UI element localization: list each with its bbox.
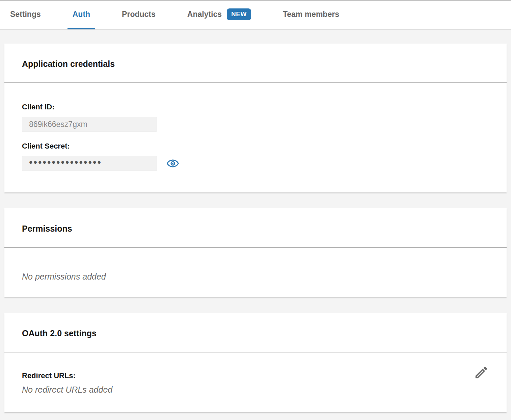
permissions-empty-text: No permissions added — [22, 271, 489, 282]
edit-redirect-urls-button[interactable] — [474, 365, 489, 380]
application-credentials-title: Application credentials — [4, 44, 507, 83]
oauth-settings-card: OAuth 2.0 settings Redirect URLs: No red… — [4, 313, 507, 412]
tab-auth-label: Auth — [73, 10, 90, 19]
client-id-label: Client ID: — [22, 103, 489, 111]
eye-icon — [166, 157, 179, 169]
tab-analytics-label: Analytics — [187, 10, 222, 19]
client-id-value: 869ik66esz7gxm — [29, 120, 87, 129]
permissions-body: No permissions added — [4, 248, 507, 297]
new-badge: NEW — [227, 8, 251, 20]
tab-auth[interactable]: Auth — [68, 1, 95, 29]
client-id-field[interactable]: 869ik66esz7gxm — [22, 117, 157, 132]
oauth-settings-body: Redirect URLs: No redirect URLs added — [4, 352, 507, 412]
tab-products[interactable]: Products — [117, 1, 161, 29]
tab-bar: Settings Auth Products Analytics NEW Tea… — [0, 1, 511, 30]
oauth-settings-title: OAuth 2.0 settings — [4, 313, 507, 352]
application-credentials-card: Application credentials Client ID: 869ik… — [4, 44, 507, 192]
reveal-secret-button[interactable] — [166, 157, 179, 169]
client-secret-masked-value: •••••••••••••••• — [29, 157, 102, 167]
page: Settings Auth Products Analytics NEW Tea… — [0, 0, 511, 420]
redirect-urls-empty-text: No redirect URLs added — [22, 385, 112, 395]
permissions-title: Permissions — [4, 208, 507, 248]
client-secret-field[interactable]: •••••••••••••••• — [22, 156, 157, 171]
permissions-card: Permissions No permissions added — [4, 208, 507, 297]
tab-settings[interactable]: Settings — [5, 1, 46, 29]
redirect-urls-label: Redirect URLs: — [22, 371, 112, 380]
main-content: Application credentials Client ID: 869ik… — [0, 44, 511, 412]
tab-team-members[interactable]: Team members — [278, 1, 344, 29]
client-secret-label: Client Secret: — [22, 142, 489, 150]
client-secret-row: •••••••••••••••• — [22, 156, 489, 171]
tab-settings-label: Settings — [10, 10, 41, 19]
tab-products-label: Products — [122, 10, 156, 19]
redirect-urls-group: Redirect URLs: No redirect URLs added — [22, 371, 112, 395]
edit-pencil-icon — [474, 365, 489, 380]
tab-team-members-label: Team members — [283, 10, 339, 19]
application-credentials-body: Client ID: 869ik66esz7gxm Client Secret:… — [4, 83, 507, 193]
tab-analytics[interactable]: Analytics NEW — [182, 1, 256, 29]
